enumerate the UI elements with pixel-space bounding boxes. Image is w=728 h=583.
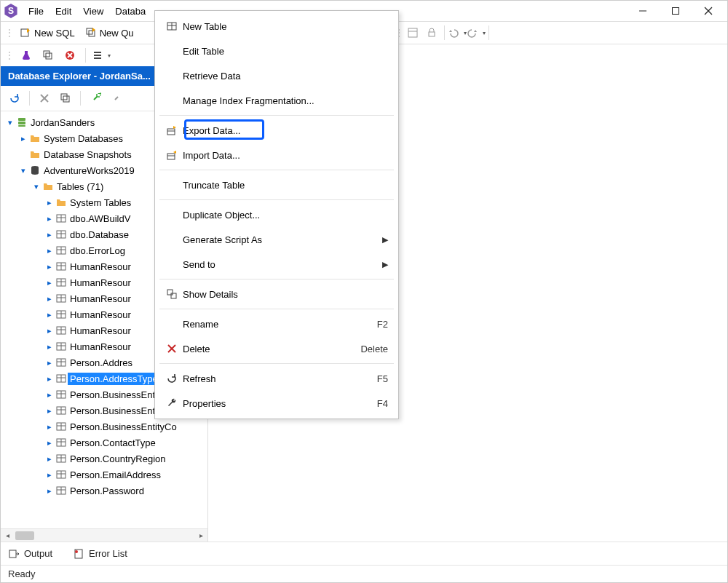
tree-table-node[interactable]: ▸Person.BusinessEntityCo xyxy=(4,419,207,435)
app-icon: S xyxy=(4,4,18,18)
panel-icon[interactable] xyxy=(403,23,422,42)
close-button[interactable] xyxy=(692,1,724,21)
cm-edit-table[interactable]: Edit Table xyxy=(155,39,398,63)
folder-icon xyxy=(41,181,55,192)
scroll-right-icon[interactable]: ▸ xyxy=(194,531,207,539)
svg-rect-87 xyxy=(167,129,175,135)
refresh-panel-icon[interactable] xyxy=(5,89,24,108)
minimize-button[interactable] xyxy=(626,1,659,21)
error-list-label: Error List xyxy=(89,548,127,559)
table-icon xyxy=(55,309,68,320)
scroll-left-icon[interactable]: ◂ xyxy=(1,531,14,539)
cm-label: Properties xyxy=(183,398,377,409)
query-icon xyxy=(85,27,97,39)
cm-label: Generate Script As xyxy=(183,234,382,245)
svg-rect-1 xyxy=(672,8,678,15)
cm-generate-script[interactable]: Generate Script As▶ xyxy=(155,227,398,252)
cm-send-to[interactable]: Send to▶ xyxy=(155,252,398,277)
tree-label: HumanResour xyxy=(68,325,133,337)
table-icon xyxy=(55,293,68,304)
export-icon xyxy=(161,124,183,136)
lock-icon[interactable] xyxy=(422,23,441,42)
menu-edit[interactable]: Edit xyxy=(50,3,77,20)
cm-export-data[interactable]: Export Data... xyxy=(155,118,398,143)
context-menu[interactable]: New Table Edit Table Retrieve Data Manag… xyxy=(154,10,399,419)
maximize-button[interactable] xyxy=(659,1,692,21)
cm-separator xyxy=(159,309,394,309)
menu-view[interactable]: View xyxy=(77,3,109,20)
table-icon xyxy=(55,421,68,432)
table-icon xyxy=(55,229,68,240)
table-icon xyxy=(55,213,68,224)
svg-rect-25 xyxy=(18,125,25,127)
new-sql-button[interactable]: New SQL xyxy=(15,25,79,41)
cm-label: New Table xyxy=(183,21,388,32)
tree-label: HumanResour xyxy=(68,341,133,353)
table-icon xyxy=(55,277,68,288)
svg-rect-92 xyxy=(171,293,176,298)
output-tab[interactable]: Output xyxy=(8,548,52,560)
tree-table-node[interactable]: ▸Person.Password xyxy=(4,483,207,499)
menu-file[interactable]: File xyxy=(23,3,50,20)
cm-properties[interactable]: PropertiesF4 xyxy=(155,391,398,416)
cm-delete[interactable]: DeleteDelete xyxy=(155,336,398,361)
cm-separator xyxy=(159,170,394,170)
new-query-label: New Qu xyxy=(100,28,134,39)
cm-show-details[interactable]: Show Details xyxy=(155,282,398,306)
cm-rename[interactable]: RenameF2 xyxy=(155,312,398,336)
cm-import-data[interactable]: Import Data... xyxy=(155,143,398,167)
folder-icon xyxy=(55,197,68,208)
cm-separator xyxy=(159,199,394,200)
cm-retrieve-data[interactable]: Retrieve Data xyxy=(155,63,398,88)
error-list-tab[interactable]: Error List xyxy=(73,548,127,560)
copy-panel-icon[interactable] xyxy=(39,46,58,65)
horizontal-scrollbar[interactable]: ◂ ▸ xyxy=(1,528,207,542)
cm-shortcut: F4 xyxy=(377,398,388,409)
svg-rect-81 xyxy=(9,550,16,558)
disconnect-icon[interactable] xyxy=(107,89,126,108)
svg-rect-6 xyxy=(89,31,95,36)
copy-panel-icon-2[interactable] xyxy=(56,89,75,108)
cm-shortcut: Delete xyxy=(360,344,388,354)
table-icon xyxy=(55,453,68,464)
import-icon xyxy=(161,149,183,161)
list-icon[interactable]: ▾ xyxy=(92,46,111,65)
output-icon xyxy=(8,548,20,560)
cm-label: Retrieve Data xyxy=(183,71,388,82)
table-icon xyxy=(55,245,68,256)
table-icon xyxy=(55,437,68,448)
svg-rect-21 xyxy=(63,96,69,102)
new-query-button[interactable]: New Qu xyxy=(81,25,138,41)
new-sql-label: New SQL xyxy=(34,28,75,39)
table-icon xyxy=(55,341,68,352)
scroll-thumb[interactable] xyxy=(15,531,34,540)
cm-duplicate[interactable]: Duplicate Object... xyxy=(155,202,398,227)
table-icon xyxy=(55,485,68,496)
cm-new-table[interactable]: New Table xyxy=(155,14,398,39)
cm-separator xyxy=(159,363,394,364)
cm-label: Refresh xyxy=(183,373,377,384)
flask-icon[interactable] xyxy=(17,46,36,65)
tree-table-node[interactable]: ▸Person.ContactType xyxy=(4,435,207,451)
bottom-tabs: Output Error List xyxy=(1,542,727,565)
cm-shortcut: F5 xyxy=(377,373,388,384)
error-list-icon xyxy=(73,548,84,560)
stop-icon[interactable] xyxy=(60,46,79,65)
undo-button[interactable]: ▾ xyxy=(448,23,467,42)
delete-panel-icon[interactable] xyxy=(35,89,54,108)
cm-label: Show Details xyxy=(183,289,388,300)
cm-truncate[interactable]: Truncate Table xyxy=(155,172,398,197)
cm-label: Edit Table xyxy=(183,46,388,57)
redo-button[interactable]: ▾ xyxy=(467,23,486,42)
table-icon xyxy=(55,373,68,384)
tree-table-node[interactable]: ▸Person.EmailAddress xyxy=(4,467,207,483)
new-connection-icon[interactable]: + xyxy=(86,89,105,108)
svg-point-83 xyxy=(75,550,78,553)
cm-manage-index[interactable]: Manage Index Fragmentation... xyxy=(155,88,398,113)
menu-database[interactable]: Databa xyxy=(109,3,151,20)
cm-label: Import Data... xyxy=(183,150,388,161)
tree-table-node[interactable]: ▸Person.CountryRegion xyxy=(4,451,207,467)
tree-label: dbo.AWBuildV xyxy=(68,213,132,225)
cm-label: Manage Index Fragmentation... xyxy=(183,95,388,106)
cm-refresh[interactable]: RefreshF5 xyxy=(155,366,398,391)
